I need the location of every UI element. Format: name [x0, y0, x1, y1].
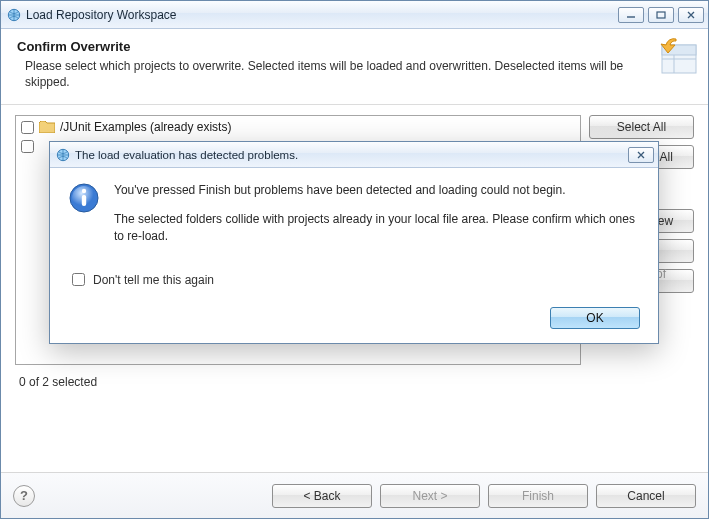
folder-icon [39, 121, 55, 133]
list-item-checkbox[interactable] [21, 121, 34, 134]
cancel-button[interactable]: Cancel [596, 484, 696, 508]
dialog-close-button[interactable] [628, 147, 654, 163]
window-titlebar[interactable]: Load Repository Workspace [1, 1, 708, 29]
dialog-message-2: The selected folders collide with projec… [114, 211, 640, 245]
close-button[interactable] [678, 7, 704, 23]
globe-icon [7, 8, 21, 22]
page-description: Please select which projects to overwrit… [25, 58, 632, 90]
page-heading: Confirm Overwrite [17, 39, 692, 54]
selection-status: 0 of 2 selected [15, 365, 694, 395]
wizard-button-bar: ? < Back Next > Finish Cancel [1, 472, 708, 518]
window-title: Load Repository Workspace [26, 8, 177, 22]
ok-button[interactable]: OK [550, 307, 640, 329]
list-item-checkbox[interactable] [21, 140, 34, 153]
maximize-button[interactable] [648, 7, 674, 23]
list-item[interactable]: /JUnit Examples (already exists) [17, 117, 579, 137]
finish-button[interactable]: Finish [488, 484, 588, 508]
next-button[interactable]: Next > [380, 484, 480, 508]
help-icon: ? [20, 488, 28, 503]
globe-icon [56, 148, 70, 162]
select-all-button[interactable]: Select All [589, 115, 694, 139]
help-button[interactable]: ? [13, 485, 35, 507]
problems-dialog: The load evaluation has detected problem… [49, 141, 659, 344]
info-icon [68, 182, 100, 214]
back-button[interactable]: < Back [272, 484, 372, 508]
list-item-label: /JUnit Examples (already exists) [60, 120, 231, 134]
dont-tell-label: Don't tell me this again [93, 273, 214, 287]
repository-graphic-icon [648, 37, 698, 77]
svg-point-9 [82, 189, 86, 193]
parent-window: Load Repository Workspace Confirm Overwr… [0, 0, 709, 519]
minimize-button[interactable] [618, 7, 644, 23]
wizard-header: Confirm Overwrite Please select which pr… [1, 29, 708, 105]
svg-rect-1 [657, 12, 665, 18]
dialog-message-1: You've pressed Finish but problems have … [114, 182, 640, 199]
dialog-title: The load evaluation has detected problem… [75, 149, 298, 161]
svg-rect-10 [82, 195, 86, 206]
dont-tell-checkbox-row[interactable]: Don't tell me this again [68, 270, 640, 289]
dont-tell-checkbox[interactable] [72, 273, 85, 286]
dialog-titlebar[interactable]: The load evaluation has detected problem… [50, 142, 658, 168]
